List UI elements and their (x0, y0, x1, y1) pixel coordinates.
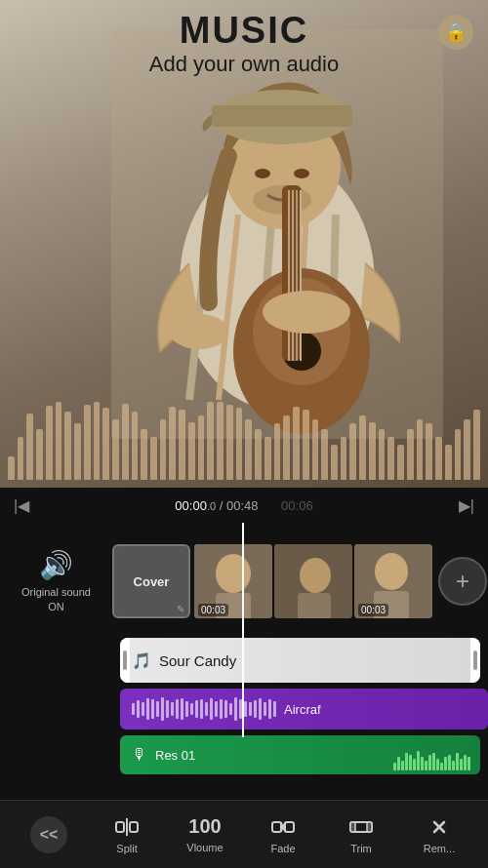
add-clip-button[interactable]: + (438, 557, 487, 606)
clips-strip: Cover ✎ 00:03 (112, 542, 488, 620)
remove-button[interactable]: Rem... (400, 814, 478, 854)
sour-candy-handle-left[interactable] (120, 638, 130, 683)
back-button-circle[interactable]: << (30, 816, 67, 853)
lock-icon[interactable]: 🔒 (438, 15, 473, 50)
skip-back-button[interactable]: |◀ (10, 494, 33, 517)
music-note-icon: 🎵 (132, 651, 151, 670)
edit-icon[interactable]: ✎ (177, 604, 184, 614)
svg-rect-9 (212, 105, 352, 127)
handle-dot-right (473, 651, 477, 670)
audio-tracks: 🎵 Sour Candy Aircraf 🎙 Res 01 (112, 638, 488, 774)
split-label: Split (116, 843, 137, 854)
aircraft-track[interactable]: Aircraf (120, 689, 488, 730)
mic-icon: 🎙 (132, 746, 147, 764)
original-sound-label: Original sound ON (21, 585, 91, 613)
svg-rect-33 (130, 822, 138, 832)
fade-icon (270, 814, 296, 840)
music-heading: MUSIC (0, 10, 488, 52)
trim-icon (348, 814, 374, 840)
bottom-toolbar: << Split 100 Vloume Fade (0, 800, 488, 868)
svg-point-22 (263, 291, 350, 334)
music-subtitle: Add your own audio (0, 52, 488, 77)
aircraft-label: Aircraf (284, 702, 321, 717)
svg-rect-35 (272, 822, 281, 832)
svg-point-10 (255, 169, 270, 178)
time-display: 00:00.0 / 00:48 00:06 (41, 498, 447, 513)
svg-point-27 (300, 558, 331, 593)
clip-thumb-1[interactable]: 00:03 (194, 544, 272, 618)
timeline-cursor (242, 523, 244, 737)
handle-dot-left (123, 651, 127, 670)
trim-button[interactable]: Trim (322, 814, 400, 854)
back-button[interactable]: << (10, 816, 88, 853)
svg-point-11 (294, 169, 309, 178)
volume-label: Vloume (186, 842, 223, 853)
sour-candy-handle-right[interactable] (470, 638, 480, 683)
clip-thumb-3[interactable]: 00:03 (354, 544, 432, 618)
svg-point-24 (216, 554, 251, 593)
sound-icon: 🔊 (39, 549, 73, 581)
video-preview: MUSIC Add your own audio 🔒 (0, 0, 488, 488)
trim-label: Trim (350, 843, 372, 854)
split-button[interactable]: Split (88, 814, 166, 854)
person-figure (111, 29, 443, 439)
svg-rect-28 (298, 593, 331, 618)
svg-rect-32 (116, 822, 124, 832)
remove-label: Rem... (424, 843, 455, 854)
sour-candy-label: Sour Candy (159, 652, 236, 669)
fade-button[interactable]: Fade (244, 814, 322, 854)
res01-label: Res 01 (155, 748, 195, 763)
remove-icon (427, 814, 452, 840)
original-sound-control[interactable]: 🔊 Original sound ON (0, 549, 112, 613)
clip-3-duration: 00:03 (358, 604, 388, 616)
svg-rect-40 (350, 822, 355, 832)
fade-label: Fade (270, 843, 295, 854)
clip-1-duration: 00:03 (198, 604, 228, 616)
volume-button[interactable]: 100 Vloume (166, 815, 244, 853)
split-icon (114, 814, 140, 840)
svg-rect-41 (367, 822, 372, 832)
svg-point-21 (170, 314, 228, 349)
svg-rect-36 (285, 822, 294, 832)
cover-label: Cover (134, 574, 170, 589)
volume-value: 100 (188, 815, 221, 838)
sour-candy-track[interactable]: 🎵 Sour Candy (120, 638, 480, 683)
timeline-bar: |◀ 00:00.0 / 00:48 00:06 ▶| (0, 488, 488, 523)
cover-clip[interactable]: Cover ✎ (112, 544, 190, 618)
back-icon: << (40, 826, 59, 844)
res01-waveform (393, 751, 470, 770)
original-sound-row: 🔊 Original sound ON Cover ✎ (0, 533, 488, 630)
skip-forward-button[interactable]: ▶| (455, 494, 478, 517)
svg-point-30 (375, 553, 408, 590)
clip-thumb-2[interactable] (274, 544, 352, 618)
waveform-overlay (0, 390, 488, 488)
clip-thumb-2-inner (274, 544, 352, 618)
res01-track[interactable]: 🎙 Res 01 (120, 735, 480, 774)
music-title-overlay: MUSIC Add your own audio (0, 10, 488, 77)
aircraft-waveform (132, 695, 276, 723)
tracks-area: 🔊 Original sound ON Cover ✎ (0, 523, 488, 833)
svg-rect-16 (282, 185, 302, 361)
